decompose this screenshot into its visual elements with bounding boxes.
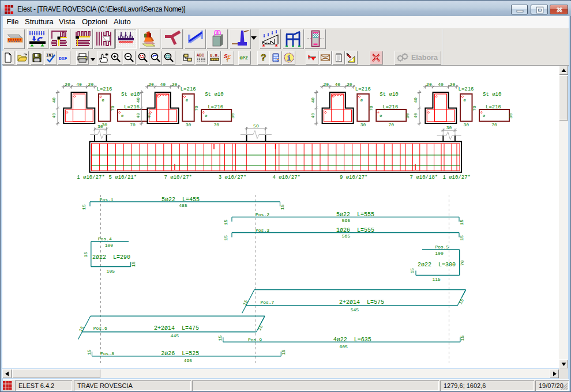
svg-text:15: 15 — [81, 204, 87, 210]
svg-text:70: 70 — [213, 122, 219, 127]
svg-text:545: 545 — [351, 307, 359, 312]
svg-text:ø: ø — [121, 114, 123, 118]
svg-text:50: 50 — [253, 123, 259, 129]
svg-text:2+2ø14 L=475: 2+2ø14 L=475 — [154, 325, 199, 331]
svg-text:ABC: ABC — [197, 53, 204, 58]
svg-text:St ø10: St ø10 — [380, 92, 398, 97]
svg-text:L=216: L=216 — [382, 104, 398, 110]
svg-text:15: 15 — [280, 204, 285, 210]
svg-text:15: 15 — [242, 299, 249, 307]
svg-text:495: 495 — [184, 358, 193, 363]
svg-text:DXF: DXF — [59, 56, 67, 61]
svg-text:2+2ø14 L=575: 2+2ø14 L=575 — [339, 299, 384, 306]
svg-text:70: 70 — [491, 122, 497, 127]
svg-text:40: 40 — [136, 113, 141, 119]
svg-text:20: 20 — [347, 82, 352, 87]
svg-text:i: i — [287, 54, 291, 63]
svg-text:100: 100 — [105, 243, 114, 248]
svg-text:40: 40 — [438, 82, 444, 87]
svg-text:70: 70 — [388, 122, 394, 127]
svg-text:ø: ø — [483, 114, 485, 118]
svg-text:ø: ø — [102, 98, 104, 103]
svg-text:OPZ: OPZ — [239, 55, 248, 61]
svg-text:St ø10: St ø10 — [483, 92, 501, 97]
svg-text:30: 30 — [97, 124, 103, 129]
svg-text:1 ø10/27*: 1 ø10/27* — [77, 175, 105, 180]
svg-text:605: 605 — [339, 344, 348, 349]
svg-text:7 ø10/18*: 7 ø10/18* — [410, 175, 438, 180]
svg-text:Pos.1: Pos.1 — [100, 197, 114, 202]
svg-text:40: 40 — [310, 97, 315, 103]
svg-text:5 ø10/21*: 5 ø10/21* — [109, 175, 137, 180]
svg-text:70: 70 — [194, 105, 199, 111]
svg-text:1 ø10/27*: 1 ø10/27* — [442, 175, 471, 180]
svg-text:Pos.6: Pos.6 — [93, 326, 107, 331]
svg-text:ø: ø — [464, 98, 466, 103]
svg-text:70: 70 — [110, 105, 115, 111]
svg-text:20: 20 — [450, 82, 456, 87]
svg-text:INI: INI — [46, 53, 54, 58]
svg-text:2ø22 L=290: 2ø22 L=290 — [92, 254, 130, 261]
svg-text:20: 20 — [65, 82, 70, 87]
svg-text:Pos.7: Pos.7 — [260, 300, 274, 305]
svg-text:40: 40 — [414, 113, 419, 119]
svg-text:15: 15 — [83, 252, 88, 258]
svg-text:ø: ø — [380, 114, 382, 118]
svg-text:15: 15 — [459, 235, 464, 241]
svg-text:ø: ø — [205, 114, 207, 118]
svg-text:St ø10: St ø10 — [205, 92, 223, 97]
svg-text:Pos.4: Pos.4 — [98, 236, 112, 242]
svg-text:30: 30 — [446, 125, 452, 130]
svg-text:L=216: L=216 — [459, 86, 474, 92]
svg-text:20: 20 — [323, 82, 329, 87]
svg-text:L=216: L=216 — [124, 104, 140, 110]
svg-text:30: 30 — [463, 122, 469, 127]
svg-text:2ø26 L=525: 2ø26 L=525 — [161, 350, 199, 357]
svg-text:565: 565 — [342, 218, 351, 223]
svg-text:4ø22 L=635: 4ø22 L=635 — [333, 337, 371, 343]
svg-text:485: 485 — [179, 203, 187, 208]
svg-text:U.M.: U.M. — [210, 54, 220, 58]
svg-text:ø: ø — [186, 98, 188, 103]
svg-text:40: 40 — [414, 97, 419, 103]
svg-text:100: 100 — [435, 251, 444, 256]
svg-text:2ø22 L=300: 2ø22 L=300 — [418, 262, 456, 268]
svg-text:7 ø10/27*: 7 ø10/27* — [164, 175, 192, 180]
svg-text:15: 15 — [217, 335, 223, 341]
svg-text:115: 115 — [432, 277, 441, 282]
svg-text:L=216: L=216 — [355, 86, 371, 92]
svg-text:L=216: L=216 — [97, 86, 112, 92]
svg-text:L=216: L=216 — [208, 104, 223, 110]
svg-text:L=216: L=216 — [486, 104, 501, 110]
svg-text:15: 15 — [458, 298, 465, 306]
svg-text:15: 15 — [281, 349, 286, 355]
svg-text:20: 20 — [426, 82, 432, 87]
svg-text:Pos.3: Pos.3 — [256, 228, 269, 233]
svg-text:445: 445 — [171, 333, 179, 338]
svg-text:30: 30 — [186, 122, 191, 127]
svg-text:20: 20 — [148, 82, 154, 87]
svg-text:15: 15 — [223, 235, 228, 241]
svg-text:15: 15 — [257, 324, 264, 331]
svg-text:40: 40 — [310, 113, 315, 119]
svg-text:30: 30 — [360, 122, 366, 127]
svg-text:15: 15 — [223, 220, 228, 225]
svg-text:?: ? — [261, 53, 266, 63]
svg-text:30: 30 — [405, 113, 410, 119]
svg-text:30: 30 — [230, 113, 235, 119]
svg-text:15: 15 — [459, 220, 464, 225]
svg-text:5ø22 L=455: 5ø22 L=455 — [161, 197, 200, 203]
svg-text:5ø22 L=555: 5ø22 L=555 — [336, 212, 374, 218]
svg-text:9 ø10/27*: 9 ø10/27* — [340, 175, 368, 180]
svg-text:15: 15 — [78, 325, 85, 333]
svg-text:ø: ø — [360, 98, 363, 103]
svg-text:565: 565 — [342, 233, 351, 239]
svg-text:15: 15 — [410, 268, 415, 274]
svg-text:70: 70 — [130, 122, 136, 127]
svg-text:Pos.5: Pos.5 — [435, 244, 449, 250]
svg-text:40: 40 — [160, 82, 166, 87]
svg-text:20: 20 — [172, 82, 178, 87]
svg-text:15: 15 — [87, 349, 92, 355]
svg-text:15: 15 — [131, 261, 136, 267]
svg-text:105: 105 — [107, 269, 115, 274]
